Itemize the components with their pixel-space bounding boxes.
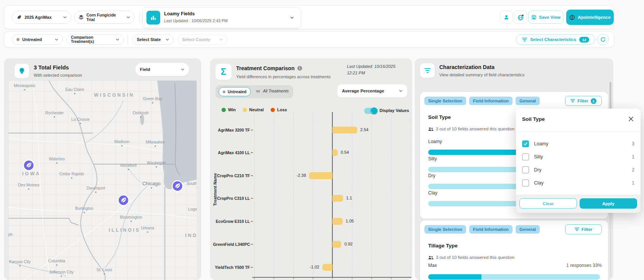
baseline-treatment-dropdown[interactable]: Untreated — [12, 34, 63, 45]
filter-badge: 1 — [591, 98, 596, 104]
city-dot-icon — [28, 188, 30, 190]
chart-bar — [322, 264, 332, 271]
comparison-treatments-dropdown[interactable]: Comparison Treatment(s) — [66, 34, 124, 45]
metric-dropdown-label: Average Percentage — [342, 89, 384, 93]
city-label: Urbana — [141, 226, 154, 230]
y-tick — [251, 130, 253, 130]
tab-single-selection[interactable]: Single Selection — [424, 225, 466, 234]
vs-label: vs — [256, 89, 260, 93]
bar-right-label: 1 responses 33% — [566, 263, 602, 268]
season-selector-label: 2025 AgriMax — [25, 15, 52, 20]
view-selector[interactable]: Loamy Fields Last Updated : 10/06/2025 2… — [142, 7, 301, 28]
select-county-dropdown[interactable]: Select County — [177, 34, 227, 45]
trial-selector[interactable]: Corn Fungicide Trial — [74, 11, 135, 24]
gridline — [352, 112, 352, 277]
globe-button[interactable] — [514, 11, 527, 24]
tab-field-information[interactable]: Field Information — [469, 225, 513, 234]
chevron-down-icon — [181, 68, 184, 71]
select-state-dropdown[interactable]: Select State — [132, 34, 174, 45]
x-axis-tick — [254, 277, 255, 279]
legend-dot-icon — [222, 108, 226, 112]
city-label: Columbia — [48, 259, 66, 263]
city-label: Chicago — [142, 181, 161, 186]
checkbox-silty[interactable] — [522, 153, 529, 160]
chart-value-label: 1.1 — [346, 196, 352, 200]
apo-icon — [569, 15, 575, 20]
comparison-treatments-label: Comparison Treatment(s) — [71, 35, 113, 44]
apointelligence-button[interactable]: ApoIntelligence — [566, 10, 614, 25]
treatment-panel-title: Treatment Comparison — [236, 65, 294, 71]
map-panel: 3 Total Fields With selected comparison … — [4, 58, 201, 280]
map-groupby-dropdown[interactable]: Field — [135, 63, 189, 76]
city-dot-icon — [71, 177, 72, 179]
chart-legend: WinNeutralLoss — [222, 107, 287, 112]
save-view-button[interactable]: Save View — [528, 10, 564, 24]
chart-value-label: 0.54 — [341, 150, 349, 155]
y-tick — [251, 152, 253, 153]
city-label: Madison — [114, 139, 130, 144]
map-panel-title: 3 Total Fields — [34, 64, 69, 71]
city-dot-icon — [95, 191, 97, 193]
filter-bar: Untreated Comparison Treatment(s) Select… — [4, 31, 614, 48]
chevron-down-icon — [219, 38, 223, 41]
filter-button[interactable]: Filter — [565, 224, 602, 234]
option-label: Silty — [534, 154, 543, 160]
y-tick — [251, 198, 253, 199]
metric-dropdown[interactable]: Average Percentage — [337, 84, 407, 97]
city-label: Cedar Rapids — [59, 171, 84, 176]
tab-general[interactable]: General — [516, 97, 540, 105]
header-bar: 2025 AgriMax Corn Fungicide Trial Loamy … — [4, 5, 614, 29]
treatment-panel-subtitle: Yield differences in percentages across … — [236, 74, 330, 79]
chart-bar — [332, 127, 357, 133]
city-dot-icon — [140, 116, 141, 118]
city-label: Rochester — [45, 110, 64, 115]
view-title: Loamy Fields — [164, 11, 195, 16]
checkbox-dry[interactable] — [522, 166, 529, 173]
treatment-comparison-panel: Σ Treatment Comparison Yield differences… — [210, 58, 412, 280]
popup-option-row: Dry2 — [522, 166, 634, 174]
check-icon — [523, 142, 528, 146]
city-label: Oshkosh — [133, 110, 149, 115]
close-icon[interactable] — [628, 116, 634, 122]
map-canvas[interactable]: WISCONSINIOWAILLINOISINDIANAMinneapolisE… — [8, 81, 197, 280]
city-label: Waterloo — [49, 156, 65, 161]
refresh-icon — [600, 37, 606, 42]
map-panel-subtitle: With selected comparison — [34, 73, 82, 77]
chart-bar — [309, 172, 332, 179]
chart-category-label: AgriMax 4100 LL — [210, 148, 250, 157]
baseline-chip[interactable]: Untreated — [219, 87, 251, 96]
y-tick — [251, 175, 253, 176]
select-county-label: Select County — [182, 37, 210, 42]
chart-value-label: 2.54 — [360, 127, 368, 132]
season-selector[interactable]: 2025 AgriMax — [12, 11, 71, 24]
filter-button[interactable]: Filter1 — [565, 96, 602, 106]
checkbox-loamy[interactable] — [522, 140, 529, 147]
legend-label: Loss — [277, 107, 287, 112]
city-dot-icon — [156, 166, 157, 168]
refresh-button[interactable] — [597, 34, 609, 45]
chart-category-label: GreenField L340PC — [210, 240, 250, 249]
city-label: Bloomington — [120, 215, 143, 219]
apply-button[interactable]: Apply — [580, 198, 637, 209]
city-label: Jefferson City — [49, 270, 74, 274]
user-button[interactable] — [500, 11, 513, 24]
tab-single-selection[interactable]: Single Selection — [424, 97, 466, 105]
tab-general[interactable]: General — [516, 225, 540, 234]
vs-value: All Treatments — [263, 89, 289, 93]
info-icon[interactable] — [297, 66, 302, 71]
x-axis-tick — [391, 277, 391, 279]
filter-label: Filter — [582, 227, 592, 232]
chevron-down-icon — [63, 16, 67, 18]
gridline — [371, 112, 372, 277]
select-characteristics-button[interactable]: Select Characteristics 12 — [516, 34, 595, 45]
state-label: IOWA — [22, 171, 41, 176]
clear-button[interactable]: Clear — [519, 198, 577, 209]
y-tick — [251, 221, 253, 222]
checkbox-clay[interactable] — [522, 180, 529, 186]
tab-field-information[interactable]: Field Information — [469, 97, 513, 105]
city-dot-icon — [61, 275, 62, 277]
chevron-down-icon — [166, 38, 169, 41]
city-dot-icon — [56, 162, 58, 164]
city-dot-icon — [56, 264, 58, 266]
option-label: Loamy — [534, 141, 549, 147]
